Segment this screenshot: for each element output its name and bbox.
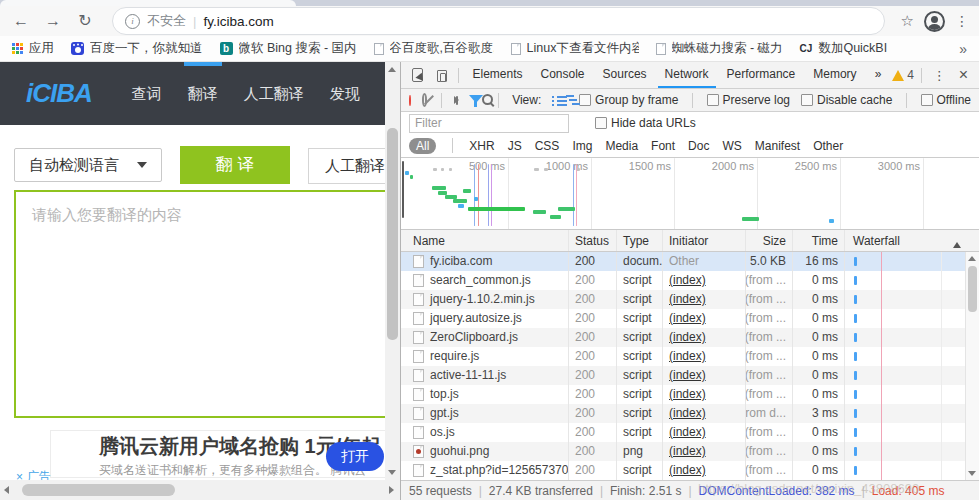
scroll-up-icon[interactable] [388,67,396,72]
request-initiator-link[interactable]: (index) [669,461,706,480]
type-filter[interactable]: Font [651,139,675,153]
filter-input[interactable] [409,114,569,133]
bookmark-apps[interactable]: 应用 [12,40,54,57]
network-request-row[interactable]: require.js 200 script (index) (from ... … [401,347,979,366]
network-request-row[interactable]: jquery.autosize.js 200 script (index) (f… [401,309,979,328]
tab-console[interactable]: Console [534,62,592,88]
column-header-initiator[interactable]: Initiator [663,230,746,251]
request-initiator-link[interactable]: (index) [669,309,706,328]
request-initiator-link[interactable]: (index) [669,328,706,347]
request-initiator-link[interactable]: Other [669,252,699,271]
filter-icon[interactable] [469,94,471,107]
hide-data-urls-checkbox[interactable]: Hide data URLs [595,116,696,130]
translate-button[interactable]: 翻 译 [180,146,290,184]
ad-close-icon[interactable]: × [16,470,23,481]
sort-ascending-icon[interactable] [953,238,961,248]
iciba-logo[interactable]: iCIBA [26,78,92,109]
column-header-size[interactable]: Size [746,230,793,251]
type-filter[interactable]: CSS [535,139,560,153]
tab-network[interactable]: Network [658,62,716,88]
page-horizontal-scrollbar[interactable] [0,480,400,500]
vertical-scroll-thumb[interactable] [387,128,398,340]
browser-menu-icon[interactable]: ⋮ [955,13,969,29]
nav-item-dictionary[interactable]: 查词 [132,62,162,125]
request-initiator-link[interactable]: (index) [669,347,706,366]
request-initiator-link[interactable]: (index) [669,404,706,423]
network-request-row[interactable]: z_stat.php?id=1256573702&w... 200 script… [401,461,979,480]
request-initiator-link[interactable]: (index) [669,290,706,309]
tab-sources[interactable]: Sources [596,62,654,88]
network-request-row[interactable]: search_common.js 200 script (index) (fro… [401,271,979,290]
request-initiator-link[interactable]: (index) [669,423,706,442]
view-list-icon[interactable] [552,95,554,106]
column-header-time[interactable]: Time [793,230,845,251]
devtools-menu-icon[interactable]: ⋮ [929,68,950,83]
tab-memory[interactable]: Memory [806,62,863,88]
record-icon[interactable] [409,95,411,106]
more-tabs-icon[interactable]: » [868,62,889,88]
column-header-status[interactable]: Status [569,230,617,251]
checkbox-icon[interactable] [801,94,813,106]
preserve-log-checkbox[interactable]: Preserve log [707,93,790,107]
tab-elements[interactable]: Elements [465,62,529,88]
warning-badge[interactable]: 4 [892,68,914,82]
device-toolbar-icon[interactable] [437,69,446,82]
screenshot-icon[interactable] [456,96,458,105]
clear-icon[interactable] [422,93,428,107]
scroll-up-icon[interactable] [968,256,976,261]
scroll-left-icon[interactable] [4,486,9,494]
info-icon[interactable]: i [125,14,140,29]
type-filter[interactable]: JS [508,139,522,153]
horizontal-scroll-thumb[interactable] [22,484,175,496]
nav-item-translate[interactable]: 翻译 [188,62,218,125]
request-initiator-link[interactable]: (index) [669,442,706,461]
column-header-name[interactable]: Name [401,230,569,251]
devtools-close-icon[interactable]: × [954,66,973,84]
type-filter[interactable]: Doc [688,139,709,153]
translate-input[interactable] [14,190,395,418]
type-filter[interactable]: Media [605,139,638,153]
bookmark-spider-magnet[interactable]: 蜘蛛磁力搜索 - 磁力 [656,40,783,57]
scroll-down-icon[interactable] [968,471,976,476]
request-initiator-link[interactable]: (index) [669,366,706,385]
scroll-right-icon[interactable] [389,486,394,494]
language-select[interactable]: 自动检测语言 [14,148,162,182]
network-request-row[interactable]: gpt.js 200 script (index) (from d... 3 m… [401,404,979,423]
bookmark-linux[interactable]: Linux下查看文件内容 [511,40,639,57]
network-request-row[interactable]: active-11-11.js 200 script (index) (from… [401,366,979,385]
ad-tag[interactable]: × 广告 [16,468,51,480]
forward-icon[interactable]: → [42,10,64,32]
bookmark-bing[interactable]: b 微软 Bing 搜索 - 国内 [220,40,357,57]
network-request-row[interactable]: fy.iciba.com 200 docum... Other 5.0 KB 1… [401,252,979,271]
devtools-table-scrollbar[interactable] [965,252,979,480]
type-filter[interactable]: WS [722,139,741,153]
timeline-overview[interactable]: 500 ms 1000 ms 1500 ms 2000 ms 2500 ms 3… [401,157,979,230]
bookmark-quickbi[interactable]: CJ 数加QuickBI [800,40,888,57]
request-initiator-link[interactable]: (index) [669,385,706,404]
type-filter[interactable]: XHR [469,139,494,153]
column-header-type[interactable]: Type [617,230,663,251]
scroll-down-icon[interactable] [388,470,396,475]
type-filter[interactable]: Img [572,139,592,153]
checkbox-icon[interactable] [921,94,933,106]
search-icon[interactable] [482,94,484,107]
offline-checkbox[interactable]: Offline [921,93,971,107]
checkbox-icon[interactable] [579,94,591,106]
bookmarks-overflow-icon[interactable]: » [959,41,967,57]
bookmark-star-icon[interactable]: ☆ [901,12,914,30]
address-bar[interactable]: i 不安全 | fy.iciba.com [112,7,885,35]
network-request-row[interactable]: os.js 200 script (index) (from ... 0 ms [401,423,979,442]
network-request-row[interactable]: jquery-1.10.2.min.js 200 script (index) … [401,290,979,309]
ad-open-button[interactable]: 打开 [326,442,384,471]
bookmark-baidu[interactable]: 百度一下，你就知道 [71,40,203,57]
nav-item-human-translate[interactable]: 人工翻译 [244,62,304,125]
type-filter-all[interactable]: All [409,138,436,154]
ad-banner[interactable]: 腾讯云新用户域名抢购 1元/年起 买域名送证书和解析，更有多种爆款组合。 腾讯云… [50,430,395,478]
inspect-element-icon[interactable] [412,68,423,82]
disable-cache-checkbox[interactable]: Disable cache [801,93,892,107]
network-request-row[interactable]: guohui.png 200 png (index) (from ... 0 m… [401,442,979,461]
checkbox-icon[interactable] [707,94,719,106]
profile-avatar-icon[interactable] [924,11,945,32]
type-filter[interactable]: Manifest [755,139,800,153]
network-request-row[interactable]: ZeroClipboard.js 200 script (index) (fro… [401,328,979,347]
